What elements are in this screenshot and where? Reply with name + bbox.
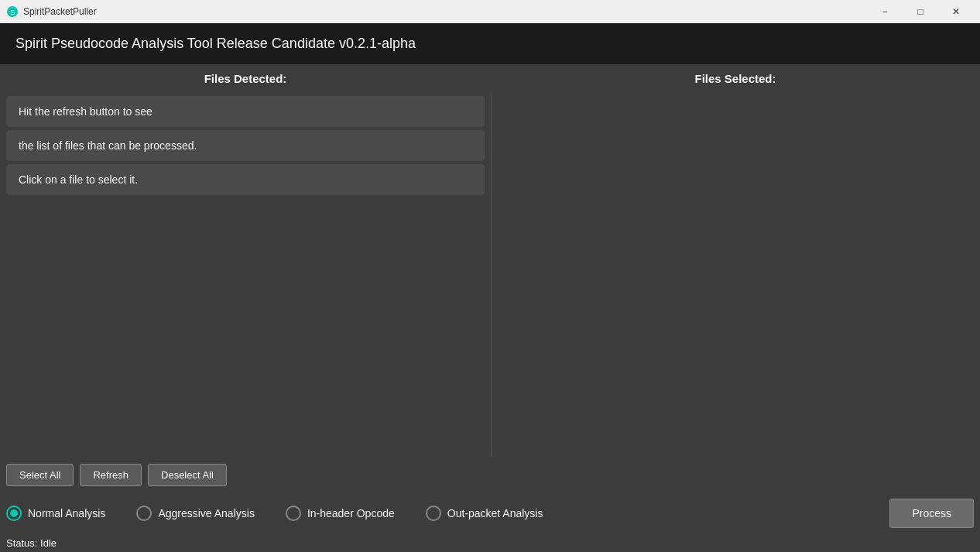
app-title: Spirit Pseudocode Analysis Tool Release … — [15, 36, 965, 52]
analysis-option-inheader[interactable]: In-header Opcode — [286, 506, 395, 521]
files-selected-header: Files Selected: — [491, 64, 980, 93]
files-list: Hit the refresh button to seethe list of… — [0, 93, 491, 198]
radio-outpacket[interactable] — [426, 506, 441, 521]
select-all-button[interactable]: Select All — [6, 464, 74, 486]
status-label: Status: Idle — [6, 537, 57, 549]
file-item[interactable]: Hit the refresh button to see — [6, 96, 485, 127]
deselect-all-button[interactable]: Deselect All — [148, 464, 227, 486]
title-bar-left: S SpiritPacketPuller — [6, 5, 97, 18]
analysis-label-normal: Normal Analysis — [28, 507, 105, 519]
file-item[interactable]: the list of files that can be processed. — [6, 130, 485, 161]
bottom-bar: Select All Refresh Deselect All Normal A… — [0, 458, 980, 552]
analysis-row: Normal AnalysisAggressive AnalysisIn-hea… — [0, 492, 980, 534]
file-item[interactable]: Click on a file to select it. — [6, 164, 485, 195]
radio-inner-normal — [10, 509, 18, 517]
analysis-label-aggressive: Aggressive Analysis — [158, 507, 255, 519]
refresh-button[interactable]: Refresh — [80, 464, 142, 486]
radio-normal[interactable] — [6, 506, 22, 521]
analysis-option-outpacket[interactable]: Out-packet Analysis — [426, 506, 543, 521]
app-icon: S — [6, 5, 19, 18]
analysis-option-aggressive[interactable]: Aggressive Analysis — [136, 506, 255, 521]
process-button[interactable]: Process — [889, 499, 974, 528]
analysis-label-inheader: In-header Opcode — [307, 507, 395, 519]
panel-left: Hit the refresh button to seethe list of… — [0, 93, 491, 458]
minimize-button[interactable]: − — [867, 0, 903, 23]
files-detected-header: Files Detected: — [0, 64, 491, 93]
svg-text:S: S — [10, 9, 15, 16]
button-row: Select All Refresh Deselect All — [0, 458, 980, 492]
status-bar: Status: Idle — [0, 534, 980, 552]
radio-inheader[interactable] — [286, 506, 301, 521]
app-header: Spirit Pseudocode Analysis Tool Release … — [0, 23, 980, 64]
title-bar-controls: − □ ✕ — [867, 0, 974, 23]
panel-right — [491, 93, 980, 458]
maximize-button[interactable]: □ — [903, 0, 938, 23]
analysis-label-outpacket: Out-packet Analysis — [447, 507, 543, 519]
titlebar-title: SpiritPacketPuller — [23, 6, 97, 17]
radio-aggressive[interactable] — [136, 506, 152, 521]
analysis-option-normal[interactable]: Normal Analysis — [6, 506, 105, 521]
column-headers: Files Detected: Files Selected: — [0, 64, 980, 93]
main-content: Hit the refresh button to seethe list of… — [0, 93, 980, 458]
title-bar: S SpiritPacketPuller − □ ✕ — [0, 0, 980, 23]
close-button[interactable]: ✕ — [938, 0, 974, 23]
